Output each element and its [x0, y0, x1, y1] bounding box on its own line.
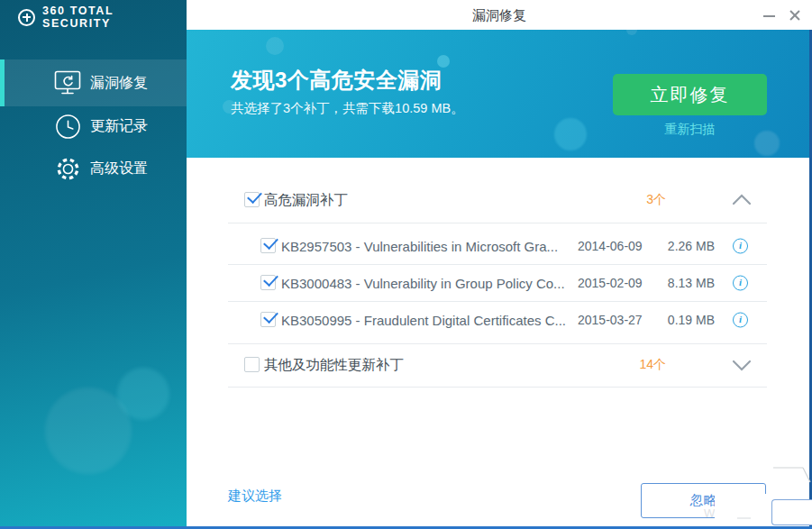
- watermark-artifact: W: [704, 506, 715, 520]
- patch-row: KB2957503 - Vulnerabilities in Microsoft…: [187, 227, 809, 264]
- info-icon[interactable]: [733, 312, 748, 327]
- group-count-badge: 14个: [601, 357, 666, 373]
- patch-checkbox[interactable]: [260, 275, 276, 290]
- hero-bubble: [266, 37, 284, 55]
- threats-found-title: 发现3个高危安全漏洞: [231, 66, 442, 95]
- sidebar-bubble: [117, 368, 169, 420]
- chevron-up-icon[interactable]: [731, 193, 753, 207]
- sidebar-item-label: 更新记录: [90, 117, 148, 136]
- patch-name: KB3050995 - Fraudulent Digital Certifica…: [281, 312, 566, 327]
- rescan-link[interactable]: 重新扫描: [613, 122, 767, 138]
- close-button[interactable]: [785, 5, 805, 23]
- info-icon[interactable]: [733, 275, 748, 290]
- sidebar-item-vulnerability-fix[interactable]: 漏洞修复: [0, 59, 187, 106]
- info-icon[interactable]: [733, 238, 748, 253]
- group-checkbox[interactable]: [244, 357, 260, 372]
- suggested-selection-link[interactable]: 建议选择: [228, 488, 282, 505]
- patch-date: 2015-03-27: [578, 313, 643, 327]
- logo-circle-plus-icon: [18, 9, 35, 26]
- group-label: 高危漏洞补丁: [264, 191, 348, 210]
- patch-name: KB2957503 - Vulnerabilities in Microsoft…: [281, 238, 558, 253]
- patch-group-header-high-risk: 高危漏洞补丁 3个: [187, 178, 809, 223]
- divider: [228, 223, 767, 223]
- patch-group-header-other: 其他及功能性更新补丁 14个: [187, 343, 809, 387]
- patch-row: KB3000483 - Vulnerability in Group Polic…: [187, 264, 809, 301]
- partial-button-fragment: [771, 499, 812, 525]
- hero-bubble: [554, 118, 587, 150]
- render-glitch-patch: [715, 494, 774, 524]
- vulnerability-fix-window: 漏洞修复 360 TOTAL SECURITY 漏洞修复: [0, 0, 812, 529]
- group-checkbox[interactable]: [244, 192, 260, 207]
- sidebar-item-label: 高级设置: [90, 160, 148, 178]
- patch-size: 8.13 MB: [643, 276, 715, 290]
- window-title: 漏洞修复: [187, 7, 812, 24]
- group-label: 其他及功能性更新补丁: [264, 356, 404, 375]
- app-logo: 360 TOTAL SECURITY: [18, 8, 187, 26]
- minimize-icon: [763, 15, 775, 17]
- patch-date: 2015-02-09: [578, 276, 643, 290]
- patch-checkbox[interactable]: [260, 238, 276, 253]
- chevron-down-icon[interactable]: [731, 358, 753, 372]
- patch-name: KB3000483 - Vulnerability in Group Polic…: [281, 275, 565, 290]
- patch-checkbox[interactable]: [260, 312, 276, 327]
- patch-date: 2014-06-09: [578, 239, 643, 253]
- sidebar-item-advanced-settings[interactable]: 高级设置: [0, 145, 187, 192]
- gear-icon: [54, 155, 81, 182]
- patch-size: 2.26 MB: [643, 239, 715, 253]
- sidebar: 360 TOTAL SECURITY 漏洞修复 更新记录: [0, 0, 187, 526]
- divider: [228, 387, 767, 388]
- monitor-refresh-icon: [54, 69, 81, 96]
- sidebar-item-update-history[interactable]: 更新记录: [0, 103, 187, 150]
- fix-now-button[interactable]: 立即修复: [613, 74, 767, 115]
- patch-size: 0.19 MB: [643, 313, 715, 327]
- sidebar-item-label: 漏洞修复: [90, 74, 148, 93]
- title-bar: 漏洞修复: [187, 0, 812, 30]
- patch-list-panel: 高危漏洞补丁 3个 KB2957503 - Vulnerabilities in…: [187, 158, 809, 526]
- patch-row: KB3050995 - Fraudulent Digital Certifica…: [187, 301, 809, 338]
- sidebar-bubble: [45, 388, 132, 474]
- selection-summary: 共选择了3个补丁，共需下载10.59 MB。: [231, 100, 464, 117]
- minimize-button[interactable]: [760, 5, 780, 23]
- scan-summary-header: 发现3个高危安全漏洞 共选择了3个补丁，共需下载10.59 MB。 立即修复 重…: [187, 30, 809, 158]
- logo-text: 360 TOTAL SECURITY: [42, 5, 187, 30]
- clock-icon: [54, 113, 81, 140]
- hero-bubble: [626, 30, 637, 35]
- group-count-badge: 3个: [601, 192, 666, 208]
